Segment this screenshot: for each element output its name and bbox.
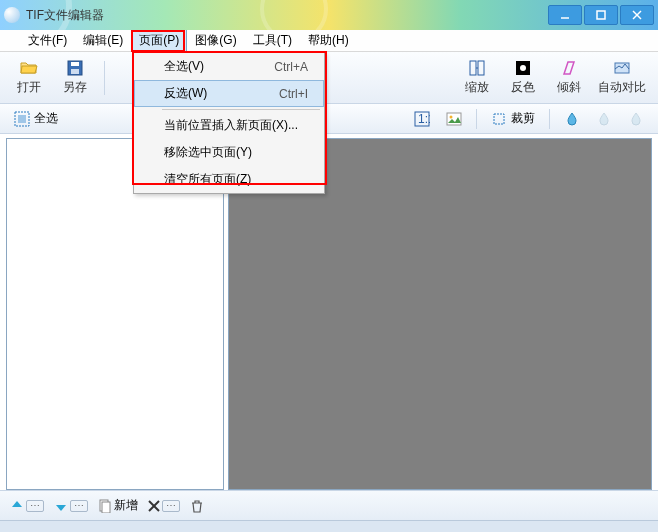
window-title: TIF文件编辑器 (26, 7, 104, 24)
menu-select-all-label: 全选(V) (164, 58, 204, 75)
crop-label: 裁剪 (511, 110, 535, 127)
folder-open-icon (20, 59, 38, 77)
maximize-button[interactable] (584, 5, 618, 25)
select-all-icon (14, 111, 30, 127)
menu-invert-sel-shortcut: Ctrl+I (279, 87, 308, 101)
crop-icon (491, 111, 507, 127)
menu-remove-sel-label: 移除选中页面(Y) (164, 144, 252, 161)
droplet-refresh-icon (596, 111, 612, 127)
autocontrast-label: 自动对比 (598, 79, 646, 96)
svg-rect-1 (597, 11, 605, 19)
save-as-button[interactable]: 另存 (54, 57, 96, 98)
move-up-button[interactable]: ⋯ (10, 499, 44, 513)
drop1-button[interactable] (558, 109, 586, 129)
droplet-icon (564, 111, 580, 127)
svg-rect-13 (18, 115, 26, 123)
menubar: 文件(F) 编辑(E) 页面(P) 图像(G) 工具(T) 帮助(H) (0, 30, 658, 52)
move-down-button[interactable]: ⋯ (54, 499, 88, 513)
toolbar-main: 打开 另存 缩放 反色 倾斜 自动对比 (0, 52, 658, 104)
zoom-button[interactable]: 缩放 (456, 57, 498, 98)
menu-select-all[interactable]: 全选(V) Ctrl+A (134, 53, 324, 80)
preview-button[interactable] (440, 109, 468, 129)
invert-label: 反色 (511, 79, 535, 96)
menu-help[interactable]: 帮助(H) (300, 29, 357, 52)
trash-button[interactable] (190, 499, 204, 513)
open-label: 打开 (17, 79, 41, 96)
save-icon (66, 59, 84, 77)
image-icon (446, 111, 462, 127)
page-menu-dropdown: 全选(V) Ctrl+A 反选(W) Ctrl+I 当前位置插入新页面(X)..… (133, 52, 325, 194)
menu-edit[interactable]: 编辑(E) (75, 29, 131, 52)
contrast-icon (613, 59, 631, 77)
close-button[interactable] (620, 5, 654, 25)
menu-tools[interactable]: 工具(T) (245, 29, 300, 52)
open-button[interactable]: 打开 (8, 57, 50, 98)
invert-icon (514, 59, 532, 77)
app-icon (4, 7, 20, 23)
menu-file[interactable]: 文件(F) (20, 29, 75, 52)
menu-insert-page-label: 当前位置插入新页面(X)... (164, 117, 298, 134)
svg-point-10 (520, 65, 526, 71)
bottom-toolbar: ⋯ ⋯ 新增 ⋯ (0, 490, 658, 520)
menu-remove-selected[interactable]: 移除选中页面(Y) (134, 139, 324, 166)
more-icon: ⋯ (26, 500, 44, 512)
zoom-icon (468, 59, 486, 77)
svg-rect-6 (71, 69, 79, 74)
minimize-button[interactable] (548, 5, 582, 25)
skew-label: 倾斜 (557, 79, 581, 96)
svg-point-17 (450, 115, 453, 118)
svg-rect-18 (494, 114, 504, 124)
droplet-reset-icon (628, 111, 644, 127)
delete-button[interactable]: ⋯ (148, 500, 180, 512)
save-as-label: 另存 (63, 79, 87, 96)
more-icon: ⋯ (70, 500, 88, 512)
menu-insert-page[interactable]: 当前位置插入新页面(X)... (134, 112, 324, 139)
menu-invert-selection[interactable]: 反选(W) Ctrl+I (134, 80, 324, 107)
svg-rect-7 (470, 61, 476, 75)
main-area (0, 134, 658, 490)
drop2-button[interactable] (590, 109, 618, 129)
toolbar-secondary: 全选 1:1 裁剪 (0, 104, 658, 134)
fit-icon: 1:1 (414, 111, 430, 127)
svg-rect-20 (102, 502, 110, 513)
statusbar (0, 520, 658, 532)
skew-button[interactable]: 倾斜 (548, 57, 590, 98)
add-page-button[interactable]: 新增 (98, 497, 138, 514)
menu-image[interactable]: 图像(G) (187, 29, 244, 52)
more-icon: ⋯ (162, 500, 180, 512)
skew-icon (560, 59, 578, 77)
menu-clear-all-label: 清空所有页面(Z) (164, 171, 251, 188)
menu-page[interactable]: 页面(P) (131, 29, 187, 52)
crop-button[interactable]: 裁剪 (485, 108, 541, 129)
zoom-label: 缩放 (465, 79, 489, 96)
menu-invert-sel-label: 反选(W) (164, 85, 207, 102)
titlebar: TIF文件编辑器 (0, 0, 658, 30)
svg-rect-8 (478, 61, 484, 75)
select-all-button[interactable]: 全选 (8, 108, 64, 129)
svg-text:1:1: 1:1 (418, 112, 430, 126)
autocontrast-button[interactable]: 自动对比 (594, 57, 650, 98)
fit-button[interactable]: 1:1 (408, 109, 436, 129)
drop3-button[interactable] (622, 109, 650, 129)
invert-button[interactable]: 反色 (502, 57, 544, 98)
svg-rect-5 (71, 62, 79, 66)
menu-select-all-shortcut: Ctrl+A (274, 60, 308, 74)
select-all-label: 全选 (34, 110, 58, 127)
add-label: 新增 (114, 497, 138, 514)
menu-clear-all[interactable]: 清空所有页面(Z) (134, 166, 324, 193)
